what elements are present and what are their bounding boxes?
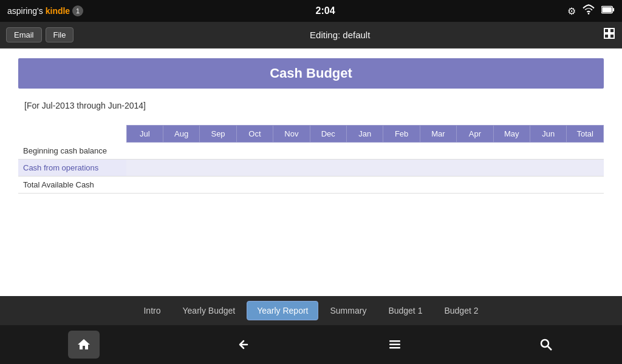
budget-table: Jul Aug Sep Oct Nov Dec Jan Feb Mar Apr …: [18, 125, 604, 194]
back-button[interactable]: [235, 337, 251, 352]
col-jul: Jul: [126, 126, 163, 143]
svg-rect-10: [389, 347, 400, 349]
col-jan: Jan: [346, 126, 383, 143]
tab-yearly-report[interactable]: Yearly Report: [247, 301, 318, 320]
status-left: aspiring's kindle 1: [7, 5, 83, 16]
wifi-icon: [582, 3, 595, 19]
svg-point-0: [588, 13, 590, 15]
status-icons: ⚙: [567, 3, 615, 19]
col-sep: Sep: [200, 126, 236, 143]
app-name: aspiring's: [7, 6, 43, 16]
menu-button[interactable]: [387, 337, 403, 352]
svg-rect-3: [602, 7, 612, 12]
status-bar: aspiring's kindle 1 2:04 ⚙: [0, 0, 622, 22]
svg-rect-7: [610, 34, 614, 38]
col-oct: Oct: [236, 126, 273, 143]
table-row[interactable]: Beginning cash balance: [18, 143, 604, 160]
svg-rect-4: [604, 29, 609, 33]
col-feb: Feb: [383, 126, 420, 143]
col-may: May: [493, 126, 530, 143]
expand-button[interactable]: [603, 27, 616, 43]
file-button[interactable]: File: [46, 27, 74, 42]
svg-line-12: [548, 346, 552, 350]
svg-point-11: [541, 340, 549, 347]
col-dec: Dec: [310, 126, 346, 143]
svg-rect-9: [389, 344, 400, 346]
tab-summary[interactable]: Summary: [320, 301, 377, 320]
tab-budget-2[interactable]: Budget 2: [434, 301, 488, 320]
main-content: Cash Budget [For Jul-2013 through Jun-20…: [0, 49, 622, 296]
tab-yearly-budget[interactable]: Yearly Budget: [173, 301, 246, 320]
status-time: 2:04: [316, 5, 335, 16]
tab-budget-1[interactable]: Budget 1: [378, 301, 432, 320]
bottom-nav: [0, 325, 622, 364]
svg-rect-8: [389, 340, 400, 342]
col-mar: Mar: [420, 126, 456, 143]
svg-rect-6: [604, 34, 609, 38]
col-apr: Apr: [457, 126, 493, 143]
svg-rect-5: [610, 29, 614, 33]
table-header-row: Jul Aug Sep Oct Nov Dec Jan Feb Mar Apr …: [18, 126, 604, 143]
bottom-tabs: Intro Yearly Budget Yearly Report Summar…: [0, 296, 622, 325]
email-button[interactable]: Email: [6, 27, 42, 42]
row-label-cash-operations: Cash from operations: [18, 159, 126, 176]
col-aug: Aug: [163, 126, 199, 143]
cash-budget-heading: Cash Budget: [18, 58, 604, 89]
notification-badge: 1: [72, 5, 83, 16]
battery-icon: [601, 3, 615, 19]
toolbar: Email File Editing: default: [0, 22, 622, 49]
col-nov: Nov: [273, 126, 310, 143]
col-jun: Jun: [530, 126, 567, 143]
svg-rect-2: [612, 8, 614, 12]
date-range: [For Jul-2013 through Jun-2014]: [18, 101, 604, 110]
app-brand: kindle: [46, 6, 70, 16]
search-button[interactable]: [538, 337, 554, 352]
tab-intro[interactable]: Intro: [133, 301, 171, 320]
table-row[interactable]: Total Available Cash: [18, 176, 604, 193]
settings-icon: ⚙: [567, 5, 576, 17]
row-label-beginning-cash: Beginning cash balance: [18, 143, 126, 160]
table-row[interactable]: Cash from operations: [18, 159, 604, 176]
toolbar-title: Editing: default: [77, 30, 603, 40]
row-label-total-cash: Total Available Cash: [18, 176, 126, 193]
col-total: Total: [567, 126, 604, 143]
home-button[interactable]: [68, 331, 100, 359]
